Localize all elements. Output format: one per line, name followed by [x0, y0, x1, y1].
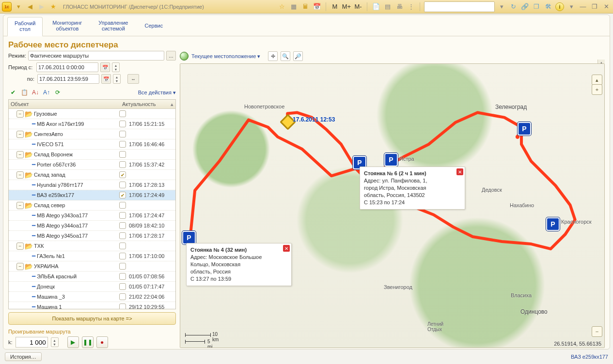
- calc-icon[interactable]: 🖩: [300, 2, 310, 12]
- play-button[interactable]: ▶: [67, 336, 79, 348]
- tree-row[interactable]: ━Машина _321/02 22:04:06: [9, 292, 175, 302]
- tree-row-checkbox[interactable]: [119, 283, 126, 290]
- map-nav-up[interactable]: ▴: [592, 75, 602, 85]
- tree-toggle-icon[interactable]: −: [16, 171, 24, 179]
- toolbar-refresh-icon[interactable]: ⟳: [53, 88, 63, 97]
- mode-field[interactable]: Фактические маршруты: [28, 51, 164, 61]
- tree-row[interactable]: −📂ТХК: [9, 241, 175, 251]
- windows-icon[interactable]: ❐: [532, 2, 541, 12]
- tree-row[interactable]: −📂Склад запад: [9, 170, 175, 180]
- tree-row-checkbox[interactable]: [119, 222, 126, 229]
- tree-row-checkbox[interactable]: [119, 121, 126, 127]
- nav-back-icon[interactable]: ◀: [25, 2, 35, 12]
- map-zoom-out-button[interactable]: 🔎: [293, 51, 303, 61]
- period-to-input[interactable]: 17.06.2011 23:59:59: [37, 74, 99, 84]
- tree-row-checkbox[interactable]: [119, 182, 126, 188]
- tree-row-checkbox[interactable]: [119, 110, 126, 117]
- period-from-input[interactable]: 17.06.2011 0:00:00: [36, 62, 98, 72]
- tree-row[interactable]: ━Машина 129/12 10:29:55: [9, 302, 175, 309]
- tree-row[interactable]: ━Донецк01/05 07:17:47: [9, 282, 175, 292]
- info-icon[interactable]: i: [555, 2, 565, 12]
- k-spinner[interactable]: ▲▼: [51, 337, 59, 347]
- record-button[interactable]: ●: [96, 336, 108, 348]
- print-icon[interactable]: 🖶: [394, 2, 404, 12]
- tree-row[interactable]: ━ВАЗ е259кх17717/06 17:24:49: [9, 190, 175, 200]
- tree-row-checkbox[interactable]: [119, 273, 126, 280]
- map-zoom-minus[interactable]: −: [592, 326, 602, 337]
- new-doc-icon[interactable]: 📄: [371, 2, 381, 12]
- map-crosshair-button[interactable]: ✛: [268, 51, 278, 61]
- m-label[interactable]: M: [330, 2, 340, 12]
- tree-toggle-icon[interactable]: −: [16, 263, 24, 270]
- k-input[interactable]: [16, 337, 48, 348]
- tab-manage[interactable]: Управление системой: [92, 17, 135, 36]
- all-actions-dropdown[interactable]: Все действия ▾: [138, 90, 176, 96]
- tree-row[interactable]: ━MB Axor н176кт19917/06 15:21:15: [9, 119, 175, 129]
- tree-toggle-icon[interactable]: −: [16, 151, 24, 158]
- tree-row[interactable]: ━MB Atego у343оа17717/06 17:24:47: [9, 211, 175, 221]
- search-arrow-icon[interactable]: ▾: [497, 2, 506, 12]
- tree-row-checkbox[interactable]: [119, 192, 126, 198]
- tab-service[interactable]: Сервис: [138, 17, 170, 36]
- parking-icon-d[interactable]: P: [546, 217, 560, 231]
- map-zoom-plus[interactable]: +: [592, 84, 602, 95]
- tree-row-checkbox[interactable]: [119, 151, 126, 158]
- refresh-icon[interactable]: ↻: [508, 2, 518, 12]
- tree-row[interactable]: ━MB Atego у345оа17717/06 17:28:17: [9, 231, 175, 241]
- period-from-spinner[interactable]: ▲▼: [112, 62, 120, 72]
- toolbar-sort-desc-icon[interactable]: A↑: [42, 88, 51, 97]
- show-routes-button[interactable]: Показать маршруты на карте =>: [8, 312, 176, 325]
- tree-toggle-icon[interactable]: −: [16, 243, 24, 250]
- tree-row[interactable]: −📂УКРАИНА: [9, 261, 175, 272]
- chrome-search-input[interactable]: [424, 1, 495, 12]
- period-to-calendar[interactable]: 📅: [101, 74, 111, 84]
- parking-icon-4[interactable]: P: [182, 231, 196, 244]
- tree-row[interactable]: ━ЭЛЬБА красный01/05 07:08:56: [9, 272, 175, 282]
- link-icon[interactable]: 🔗: [520, 2, 530, 12]
- dots-icon[interactable]: ⋮: [406, 2, 416, 12]
- period-apply-button[interactable]: ↔: [127, 74, 139, 84]
- tree-row[interactable]: −📂СинтезАвто: [9, 129, 175, 139]
- tree-row-checkbox[interactable]: [119, 243, 126, 249]
- tree-row[interactable]: ━Porter о567ст3617/06 15:37:42: [9, 160, 175, 170]
- toolbar-copy-icon[interactable]: 📋: [19, 88, 29, 97]
- grid-icon[interactable]: ▦: [289, 2, 299, 12]
- parking-icon-c[interactable]: P: [518, 122, 531, 136]
- nav-fwd-icon[interactable]: ▶: [37, 2, 47, 12]
- parking-icon-b[interactable]: P: [384, 153, 398, 167]
- tree-row[interactable]: −📂Склад Воронеж: [9, 150, 175, 160]
- dropdown-icon[interactable]: ▾: [14, 2, 23, 12]
- window-min-button[interactable]: —: [578, 2, 588, 12]
- favorite-icon[interactable]: ★: [48, 2, 58, 12]
- tree-row-checkbox[interactable]: [119, 293, 126, 300]
- pause-button[interactable]: ❚❚: [82, 336, 94, 348]
- toolbar-check-icon[interactable]: ✔: [8, 88, 18, 97]
- m-plus-label[interactable]: M+: [342, 2, 351, 12]
- map-zoom-in-button[interactable]: 🔍: [281, 51, 290, 61]
- tree-row[interactable]: ━ГАЗель №117/06 17:10:00: [9, 251, 175, 261]
- current-position-dropdown[interactable]: Текущее местоположение ▾: [191, 53, 260, 60]
- window-max-button[interactable]: ❐: [590, 2, 599, 12]
- tree-toggle-icon[interactable]: −: [16, 202, 24, 209]
- tab-desktop[interactable]: Рабочий стол: [7, 17, 43, 36]
- info-dd-icon[interactable]: ▾: [566, 2, 576, 12]
- map[interactable]: P P P P P 17.6.2011 12:53 ✕ Стоянка № 4 …: [180, 63, 605, 348]
- tree-row-checkbox[interactable]: [119, 202, 126, 209]
- tools-icon[interactable]: 🛠: [543, 2, 553, 12]
- tree-row[interactable]: −📂Грузовые: [9, 109, 175, 119]
- tree-row-checkbox[interactable]: [119, 171, 126, 178]
- tree-row[interactable]: ━MB Atego у344оа17708/09 18:42:10: [9, 221, 175, 231]
- tree-row[interactable]: −📂Склад север: [9, 200, 175, 211]
- popup6-close-button[interactable]: ✕: [456, 168, 463, 175]
- period-to-spinner[interactable]: ▲▼: [113, 74, 121, 84]
- tab-monitoring[interactable]: Мониторинг объектов: [46, 17, 89, 36]
- tree-row[interactable]: ━Hyundai у786тт17717/06 17:28:13: [9, 180, 175, 190]
- tree-row-checkbox[interactable]: [119, 263, 126, 270]
- period-from-calendar[interactable]: 📅: [100, 62, 110, 72]
- fav-add-icon[interactable]: ☆: [277, 2, 287, 12]
- toolbar-sort-asc-icon[interactable]: A↓: [31, 88, 40, 97]
- col-object[interactable]: Объект: [9, 101, 111, 107]
- tree-row[interactable]: ━IVECO 57117/06 16:46:46: [9, 139, 175, 150]
- tree-row-checkbox[interactable]: [119, 131, 126, 137]
- m-minus-label[interactable]: M-: [353, 2, 363, 12]
